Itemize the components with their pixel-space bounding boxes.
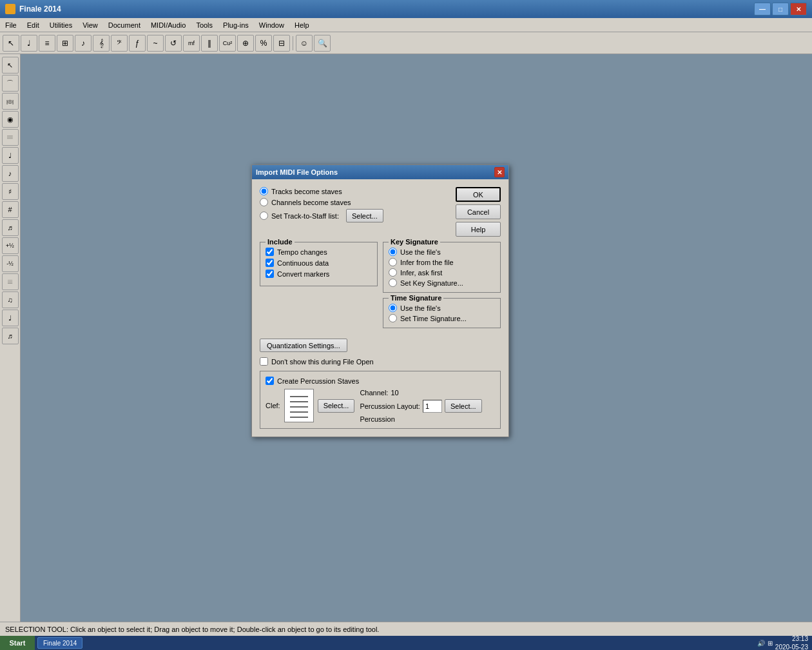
maximize-button[interactable]: □ xyxy=(772,3,789,15)
tool-articulation[interactable]: ♬ xyxy=(2,328,19,344)
tool-mf[interactable]: mf xyxy=(183,35,200,52)
timesig-file-option[interactable]: Use the file's xyxy=(389,304,495,312)
menu-midi-audio[interactable]: MIDI/Audio xyxy=(146,20,191,30)
tool-lyric[interactable]: 𝄙 xyxy=(2,273,19,290)
keysig-infer-radio[interactable] xyxy=(389,258,397,266)
percussion-layout-input[interactable] xyxy=(423,400,442,413)
ok-button[interactable]: OK xyxy=(456,187,501,202)
convert-markers-item[interactable]: Convert markers xyxy=(266,270,372,278)
tool-eye[interactable]: ◉ xyxy=(2,111,19,128)
clef-image xyxy=(284,389,314,422)
timesig-set-radio[interactable] xyxy=(389,314,397,322)
keysig-infer-ask-option[interactable]: Infer, ask first xyxy=(389,268,495,277)
tempo-changes-item[interactable]: Tempo changes xyxy=(266,248,372,256)
tool-treble[interactable]: 𝄞 xyxy=(93,35,110,52)
channels-staves-radio[interactable] xyxy=(260,198,268,206)
tool-selection[interactable]: ↖ xyxy=(2,57,19,74)
percussion-select-button[interactable]: Select... xyxy=(445,399,482,413)
taskbar-app-finale[interactable]: Finale 2014 xyxy=(37,637,82,649)
menu-view[interactable]: View xyxy=(77,20,103,30)
keysig-infer-ask-radio[interactable] xyxy=(389,268,397,277)
track-options-column: Tracks become staves Channels become sta… xyxy=(260,187,443,237)
track-staff-select-button[interactable]: Select... xyxy=(346,209,383,222)
start-button[interactable]: Start xyxy=(0,636,35,650)
tool-beam[interactable]: ♬ xyxy=(2,219,19,236)
tool-measure[interactable]: 𝄘 xyxy=(2,129,19,146)
status-text: SELECTION TOOL: Click an object to selec… xyxy=(5,625,379,633)
keysig-set-radio[interactable] xyxy=(389,279,397,287)
menu-document[interactable]: Document xyxy=(103,20,146,30)
dialog-close-button[interactable]: ✕ xyxy=(494,167,505,177)
timesig-file-radio[interactable] xyxy=(389,304,397,312)
tool-cu2[interactable]: Cu² xyxy=(219,35,236,52)
continuous-data-checkbox[interactable] xyxy=(266,259,274,267)
tool-grid[interactable]: ⊞ xyxy=(57,35,73,52)
menu-help[interactable]: Help xyxy=(289,20,314,30)
tool-note[interactable]: ♩ xyxy=(21,35,37,52)
keysig-file-radio[interactable] xyxy=(389,248,397,256)
menu-utilities[interactable]: Utilities xyxy=(44,20,77,30)
percussion-label: Percussion xyxy=(360,415,481,423)
close-button[interactable]: ✕ xyxy=(790,3,807,15)
tool-note2[interactable]: ♩ xyxy=(2,147,19,164)
tool-zoom[interactable]: 🔍 xyxy=(314,35,331,52)
convert-markers-checkbox[interactable] xyxy=(266,270,274,278)
tool-notehead[interactable]: ♪ xyxy=(2,165,19,182)
tool-slur[interactable]: ~ xyxy=(147,35,164,52)
create-percussion-item[interactable]: Create Percussion Staves xyxy=(266,377,495,385)
dialog-title: Import MIDI File Options xyxy=(256,168,338,176)
tool-rest[interactable]: -½ xyxy=(2,255,19,272)
tempo-changes-checkbox[interactable] xyxy=(266,248,274,256)
menu-file[interactable]: File xyxy=(0,20,22,30)
create-percussion-checkbox[interactable] xyxy=(266,377,274,385)
cancel-button[interactable]: Cancel xyxy=(456,204,501,219)
help-button[interactable]: Help xyxy=(456,222,501,237)
tool-scroll[interactable]: ☺ xyxy=(296,35,313,52)
dialog-btn-group: OK Cancel Help xyxy=(456,187,501,237)
tool-expression[interactable]: ♩ xyxy=(2,310,19,326)
tool-bass[interactable]: 𝄢 xyxy=(111,35,128,52)
tool-undo[interactable]: ↺ xyxy=(165,35,182,52)
track-staff-radio[interactable] xyxy=(260,212,268,220)
continuous-data-item[interactable]: Continuous data xyxy=(266,259,372,267)
timesig-set-option[interactable]: Set Time Signature... xyxy=(389,314,495,322)
key-signature-section: Key Signature Use the file's Infer from … xyxy=(383,242,501,293)
percussion-details-row: Clef: Select... Channel: xyxy=(266,389,495,423)
keysig-file-option[interactable]: Use the file's xyxy=(389,248,495,256)
include-column: Include Tempo changes Continuous data Co… xyxy=(260,242,378,333)
menu-edit[interactable]: Edit xyxy=(22,20,44,30)
import-midi-dialog: Import MIDI File Options ✕ Tracks become… xyxy=(251,164,509,437)
menu-window[interactable]: Window xyxy=(254,20,289,30)
tool-percent[interactable]: % xyxy=(255,35,272,52)
keysig-infer-option[interactable]: Infer from the file xyxy=(389,258,495,266)
toolbar-separator xyxy=(293,36,293,50)
clef-select-button[interactable]: Select... xyxy=(318,399,355,413)
quantization-settings-button[interactable]: Quantization Settings... xyxy=(260,339,347,352)
channels-staves-option[interactable]: Channels become staves xyxy=(260,198,443,206)
tool-barline[interactable]: ‖ xyxy=(201,35,218,52)
tool-plus[interactable]: ⊕ xyxy=(237,35,254,52)
tool-sharp[interactable]: ♯ xyxy=(2,183,19,200)
tool-hash[interactable]: # xyxy=(2,201,19,218)
menu-plugins[interactable]: Plug-ins xyxy=(218,20,254,30)
dont-show-checkbox[interactable] xyxy=(260,357,268,366)
dont-show-row[interactable]: Don't show this during File Open xyxy=(260,357,501,366)
minimize-button[interactable]: — xyxy=(754,3,771,15)
time-signature-section: Time Signature Use the file's Set Time S… xyxy=(383,298,501,328)
tool-tie[interactable]: +½ xyxy=(2,237,19,254)
tool-pointer[interactable]: ↖ xyxy=(3,35,19,52)
tool-minus[interactable]: ⊟ xyxy=(273,35,290,52)
track-staff-option[interactable]: Set Track-to-Staff list: Select... xyxy=(260,209,443,222)
tool-chord[interactable]: ♫ xyxy=(2,291,19,308)
tracks-staves-option[interactable]: Tracks become staves xyxy=(260,187,443,195)
volume-icon: 🔊 xyxy=(757,640,765,647)
tracks-staves-radio[interactable] xyxy=(260,187,268,195)
screen-icon: ⊞ xyxy=(768,640,773,647)
tool-dynamic[interactable]: ƒ xyxy=(129,35,146,52)
menu-tools[interactable]: Tools xyxy=(191,20,218,30)
keysig-set-option[interactable]: Set Key Signature... xyxy=(389,279,495,287)
tool-staff[interactable]: |◎| xyxy=(2,93,19,110)
tool-eighth[interactable]: ♪ xyxy=(75,35,92,52)
tool-shape[interactable]: ⌒ xyxy=(2,75,19,92)
tool-lines[interactable]: ≡ xyxy=(39,35,55,52)
